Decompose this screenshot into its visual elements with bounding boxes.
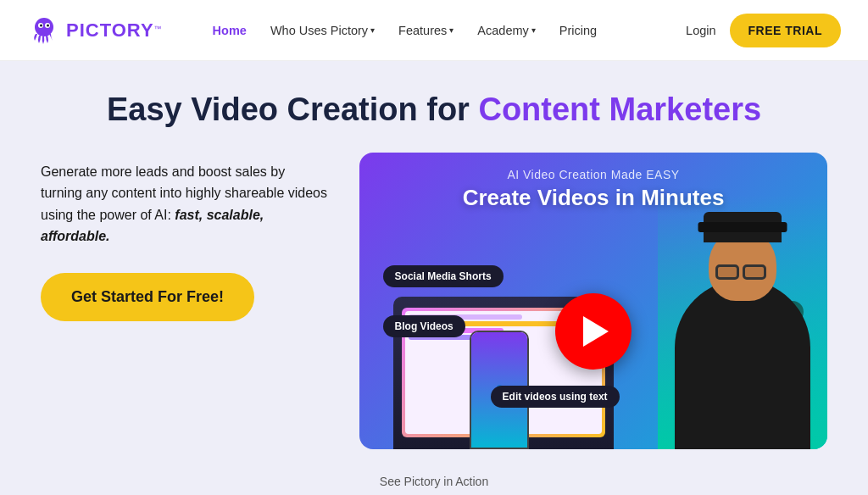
chip-social-media: Social Media Shorts: [383, 265, 504, 287]
play-icon: [583, 316, 609, 347]
glasses-right: [743, 264, 766, 280]
chevron-down-icon: ▾: [449, 25, 453, 35]
chevron-down-icon: ▾: [370, 25, 375, 35]
chevron-down-icon: ▾: [531, 25, 536, 35]
hero-video-thumbnail[interactable]: AI Video Creation Made EASY Create Video…: [359, 153, 827, 449]
logo-text: PICTORY™: [66, 19, 162, 42]
hero-section: Easy Video Creation for Content Marketer…: [0, 61, 868, 495]
person-hat-top: [698, 222, 787, 232]
person-body: [662, 203, 823, 449]
hero-body: Generate more leads and boost sales by t…: [41, 153, 827, 468]
nav-who-uses[interactable]: Who Uses Pictory ▾: [260, 17, 385, 44]
video-caption: See Pictory in Action: [41, 475, 827, 495]
person-torso: [675, 280, 810, 449]
navbar: PICTORY™ Home Who Uses Pictory ▾ Feature…: [0, 0, 868, 61]
nav-links: Home Who Uses Pictory ▾ Features ▾ Acade…: [203, 17, 686, 44]
nav-features[interactable]: Features ▾: [388, 17, 464, 44]
hero-description: Generate more leads and boost sales by t…: [41, 161, 329, 248]
nav-home[interactable]: Home: [203, 17, 257, 44]
nav-academy[interactable]: Academy ▾: [467, 17, 545, 44]
video-inner: AI Video Creation Made EASY Create Video…: [359, 153, 827, 449]
svg-point-0: [35, 18, 53, 36]
chip-edit-text: Edit videos using text: [491, 386, 620, 408]
person-illustration: [658, 195, 827, 449]
nav-actions: Login FREE TRIAL: [686, 14, 841, 47]
svg-point-3: [40, 24, 42, 26]
logo-icon: [27, 14, 61, 47]
video-top-text: AI Video Creation Made EASY: [359, 168, 827, 181]
cta-button[interactable]: Get Started For Free!: [41, 273, 254, 321]
hero-left-col: Generate more leads and boost sales by t…: [41, 153, 329, 468]
logo[interactable]: PICTORY™: [27, 14, 162, 47]
nav-pricing[interactable]: Pricing: [549, 17, 607, 44]
person-glasses: [715, 264, 766, 280]
free-trial-button[interactable]: FREE TRIAL: [730, 14, 841, 47]
chip-blog-videos: Blog Videos: [383, 315, 465, 337]
login-button[interactable]: Login: [686, 24, 715, 37]
play-button[interactable]: [555, 293, 632, 370]
svg-point-4: [47, 24, 49, 26]
glasses-left: [715, 264, 739, 280]
hero-headline: Easy Video Creation for Content Marketer…: [41, 92, 827, 129]
